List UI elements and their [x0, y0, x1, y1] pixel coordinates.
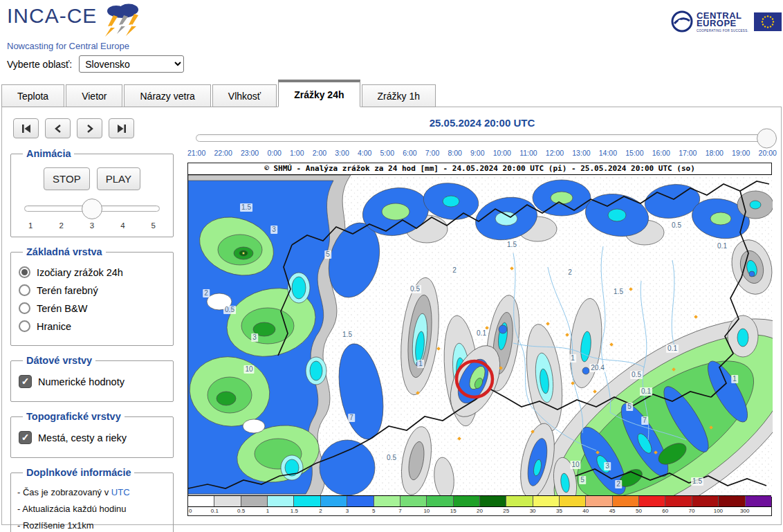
next-frame-button[interactable]	[77, 118, 102, 138]
contour-value-label: 1.5	[612, 288, 625, 296]
time-slider-thumb[interactable]	[757, 128, 777, 148]
base-layer-option[interactable]: Izočiary zrážok 24h	[19, 266, 165, 278]
data-layers-legend: Dátové vrstvy	[23, 355, 95, 366]
speed-tick-label: 3	[90, 221, 94, 230]
region-select-label: Vyberte oblasť:	[7, 59, 72, 70]
time-tick-label: 1:00	[290, 149, 304, 157]
stop-button[interactable]: STOP	[44, 167, 90, 190]
central-europe-logo: CENTRAL EUROPE COOPERATING FOR SUCCESS.	[670, 10, 748, 36]
last-frame-button[interactable]	[109, 118, 134, 138]
animation-speed-slider-thumb[interactable]	[82, 199, 102, 219]
colorbar-cell	[533, 496, 560, 506]
radio-button[interactable]	[19, 284, 30, 296]
contour-value-label: 0.5	[630, 371, 643, 379]
utc-link[interactable]: UTC	[111, 487, 130, 497]
speed-tick-label: 2	[59, 221, 63, 230]
base-layer-option[interactable]: Terén farebný	[19, 284, 165, 296]
colorbar-tick-label: 50	[636, 508, 642, 514]
colorbar-cell	[454, 496, 480, 506]
base-layer-legend: Základná vrstva	[23, 246, 106, 257]
sidebar: Animácia STOP PLAY 12345 Základná vrstva…	[2, 107, 183, 524]
base-layer-option[interactable]: Hranice	[19, 320, 165, 332]
contour-value-label: 0.5	[223, 306, 236, 314]
option-label: Mestá, cesty a rieky	[38, 432, 127, 443]
option-label: Terén B&W	[37, 303, 87, 314]
topo-layers-legend: Topografické vrstvy	[23, 411, 125, 422]
precipitation-map[interactable]: © SHMÚ - Analýza zrážok za 24 hod [mm] -…	[187, 163, 772, 516]
time-tick-label: 16:00	[652, 149, 670, 157]
contour-value-label: 20.4	[589, 364, 605, 372]
first-frame-button[interactable]	[13, 118, 39, 138]
colorbar-cell	[719, 496, 745, 506]
radio-button[interactable]	[19, 302, 30, 314]
logo-title: INCA-CE	[7, 4, 97, 28]
map-panel: 25.05.2024 20:00 UTC 21:0022:0023:000:00…	[183, 107, 781, 524]
time-tick-label: 13:00	[572, 149, 590, 157]
region-select[interactable]: Slovensko	[79, 55, 184, 73]
time-tick-label: 2:00	[313, 149, 326, 157]
storm-cloud-icon	[101, 3, 144, 40]
time-tick-label: 11:00	[519, 149, 537, 157]
colorbar-cell	[268, 496, 294, 506]
colorbar-tick-label: 1.5	[291, 508, 298, 514]
time-tick-label: 21:00	[187, 149, 205, 157]
next-frame-icon	[85, 124, 95, 134]
contour-value-label: 1.5	[240, 203, 252, 212]
contour-value-label: 0.1	[666, 345, 679, 353]
last-frame-icon	[116, 124, 127, 134]
animation-speed-slider[interactable]	[24, 205, 160, 212]
option-label: Numerické hodnoty	[38, 376, 125, 387]
colorbar-tick-label: 300	[740, 508, 749, 514]
contour-value-label: 2	[203, 289, 210, 297]
time-tick-label: 7:00	[425, 149, 439, 157]
time-tick-label: 19:00	[732, 149, 750, 157]
colorbar-cell	[427, 496, 453, 506]
colorbar-tick-label: 7	[398, 508, 401, 514]
current-timestamp: 25.05.2024 20:00 UTC	[187, 117, 777, 129]
additional-info-section: Doplnkové informácie - Čas je zobrazovan…	[10, 467, 174, 532]
previous-frame-button[interactable]	[45, 118, 71, 138]
contour-value-label: 1.5	[506, 241, 518, 249]
radio-button-selected[interactable]	[19, 266, 30, 278]
time-tick-label: 15:00	[625, 149, 643, 157]
time-tick-label: 0:00	[267, 149, 281, 157]
colorbar-tick-label: 0.1	[211, 508, 219, 514]
animation-section: Animácia STOP PLAY 12345	[10, 148, 174, 237]
radio-button[interactable]	[19, 320, 30, 332]
data-layer-option[interactable]: ✓Numerické hodnoty	[19, 375, 165, 388]
colorbar-tick-label: 70	[689, 508, 695, 514]
contour-value-label: 1	[731, 375, 738, 383]
time-tick-label: 20:00	[759, 149, 777, 157]
data-layers-section: Dátové vrstvy ✓Numerické hodnoty	[10, 355, 174, 402]
colorbar-cell	[665, 496, 692, 506]
tab-vlhkosť[interactable]: Vlhkosť	[212, 84, 277, 107]
contour-value-label: 2	[615, 480, 622, 488]
colorbar-tick-label: 25	[503, 508, 509, 514]
contour-value-label: 1.5	[341, 331, 353, 339]
checkbox-checked[interactable]: ✓	[19, 375, 32, 388]
time-slider[interactable]	[196, 134, 767, 142]
colorbar-tick-label: 3	[346, 508, 349, 514]
time-tick-label: 22:00	[214, 149, 232, 157]
tab-teplota[interactable]: Teplota	[1, 84, 64, 107]
contour-value-label: 0.1	[640, 387, 652, 396]
tab-bar: TeplotaVietorNárazy vetraVlhkosťZrážky 2…	[1, 80, 782, 107]
base-layer-option[interactable]: Terén B&W	[19, 302, 165, 314]
contour-value-label: 1.5	[691, 477, 703, 486]
previous-frame-icon	[53, 124, 63, 134]
eu-flag-icon	[754, 12, 782, 34]
tab-vietor[interactable]: Vietor	[66, 84, 122, 107]
contour-value-label: 3	[251, 333, 258, 342]
contour-value-label: 10	[243, 365, 254, 374]
precipitation-colorbar: 00.10.511.523571015202530354045506070100…	[188, 495, 771, 515]
info-line: - Rozlíšenie 1x1km	[17, 520, 167, 531]
tab-zrážky-24h[interactable]: Zrážky 24h	[278, 80, 360, 107]
colorbar-tick-label: 35	[556, 508, 562, 514]
topo-layer-option[interactable]: ✓Mestá, cesty a rieky	[19, 431, 165, 444]
play-button[interactable]: PLAY	[97, 167, 140, 190]
colorbar-cell	[639, 496, 665, 506]
tab-zrážky-1h[interactable]: Zrážky 1h	[362, 84, 436, 107]
contour-value-label: 0.5	[385, 454, 398, 462]
checkbox-checked[interactable]: ✓	[19, 431, 32, 444]
tab-nárazy-vetra[interactable]: Nárazy vetra	[124, 84, 210, 107]
